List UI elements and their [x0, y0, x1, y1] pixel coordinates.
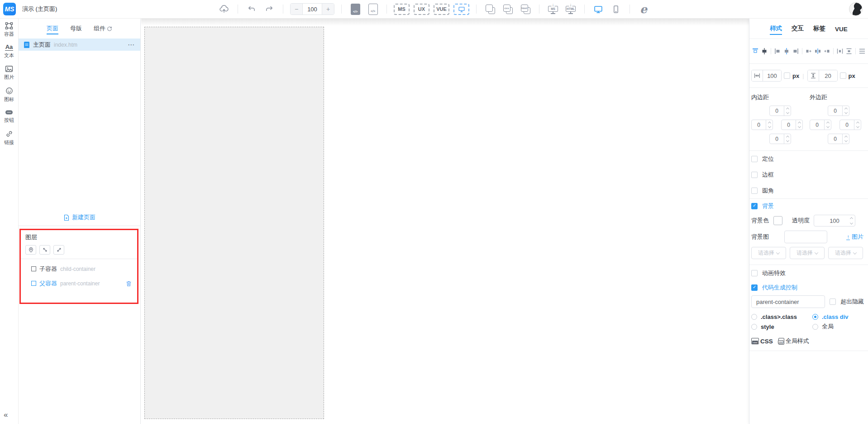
bg-select-2[interactable]: 请选择 [790, 247, 825, 259]
zoom-out-button[interactable]: − [291, 3, 302, 15]
bg-select-1[interactable]: 请选择 [751, 247, 786, 259]
tab-style[interactable]: 样式 [770, 24, 782, 35]
expand-layers-button[interactable] [39, 245, 50, 255]
locate-layer-button[interactable] [25, 245, 36, 255]
align-right-button[interactable] [792, 47, 799, 56]
copy-html-icon: html [521, 5, 530, 14]
export-code-filled-button[interactable]: </> [348, 2, 362, 16]
download-html-icon: ↓HTML [565, 4, 577, 14]
export-ms-button[interactable]: MS [394, 4, 410, 15]
radio-class-div[interactable]: .class div [812, 313, 866, 320]
layer-row-parent-container[interactable]: 父容器 parent-container [25, 279, 133, 288]
margin-top-stepper[interactable]: 0 [828, 106, 849, 116]
page-menu-button[interactable]: ⋯ [128, 41, 135, 49]
arrow-expand-icon [42, 247, 48, 253]
download-ms-button[interactable]: ↓MS [546, 2, 560, 16]
design-canvas[interactable] [141, 19, 749, 424]
tab-components[interactable]: 组件 [94, 24, 112, 34]
overflow-hidden-checkbox[interactable] [830, 299, 836, 305]
padding-bottom-stepper[interactable]: 0 [769, 134, 791, 144]
parent-container-element[interactable] [144, 27, 324, 419]
export-vue-button[interactable]: VUE [434, 4, 449, 15]
height-unit-label: px [849, 72, 855, 79]
desktop-view-button[interactable] [591, 2, 605, 16]
user-avatar[interactable] [849, 2, 863, 16]
space-vertical-button[interactable] [845, 47, 853, 56]
zoom-value[interactable]: 100 [302, 3, 322, 15]
tab-pages[interactable]: 页面 [47, 24, 58, 34]
upload-image-button[interactable]: ↑ 图片 [846, 233, 863, 241]
collapse-layers-button[interactable] [53, 245, 64, 255]
height-input[interactable] [819, 70, 837, 81]
radio-style[interactable]: style [751, 323, 812, 331]
collapse-sidebar-button[interactable]: « [4, 411, 8, 419]
zoom-in-button[interactable]: + [322, 3, 334, 15]
padding-right-stepper[interactable]: 0 [781, 120, 803, 130]
padding-left-stepper[interactable]: 0 [751, 120, 773, 130]
redo-button[interactable] [262, 2, 276, 16]
position-checkbox[interactable] [751, 156, 758, 162]
bg-color-swatch[interactable] [773, 216, 782, 225]
margin-right-stepper[interactable]: 0 [839, 120, 861, 130]
add-link-button[interactable]: 链接 [0, 126, 18, 149]
margin-bottom-stepper[interactable]: 0 [828, 134, 849, 144]
border-checkbox[interactable] [751, 172, 758, 178]
codegen-checkbox[interactable] [751, 284, 758, 291]
copy-page-button[interactable] [483, 2, 497, 16]
margin-left-stepper[interactable]: 0 [810, 120, 831, 130]
preview-selection-button[interactable] [453, 4, 469, 15]
download-html-button[interactable]: ↓HTML [564, 2, 577, 16]
layer-row-child-container[interactable]: 子容器 child-container [25, 264, 133, 274]
add-text-button[interactable]: Aa 文本 [0, 40, 18, 62]
undo-button[interactable] [245, 2, 258, 16]
align-top-button[interactable] [752, 47, 759, 56]
class-name-input[interactable] [751, 295, 825, 308]
copy-html-button[interactable]: html [519, 2, 532, 16]
delete-layer-button[interactable] [126, 280, 132, 287]
width-input[interactable] [763, 70, 781, 81]
radius-checkbox[interactable] [751, 188, 758, 194]
align-horizontal-center-button[interactable] [783, 47, 790, 56]
width-auto-checkbox[interactable] [784, 72, 790, 79]
export-code-outline-button[interactable]: </> [366, 2, 380, 16]
tab-vue[interactable]: VUE [835, 26, 848, 35]
tab-masters[interactable]: 母版 [70, 24, 82, 34]
publish-button[interactable] [217, 2, 231, 16]
add-icon-button[interactable]: 图标 [0, 83, 18, 106]
new-page-button[interactable]: 新建页面 [19, 213, 140, 222]
align-left-button[interactable] [774, 47, 781, 56]
align-vertical-center-button[interactable] [761, 47, 768, 56]
radio-class-class[interactable]: .class>.class [751, 313, 812, 320]
browser-preview-button[interactable]: e [637, 2, 650, 16]
opacity-label: 透明度 [792, 217, 810, 225]
tab-tags[interactable]: 标签 [813, 24, 825, 35]
add-container-button[interactable]: 容器 [0, 19, 18, 40]
animation-checkbox[interactable] [751, 270, 758, 276]
export-ux-button[interactable]: UX [414, 4, 429, 15]
height-auto-checkbox[interactable] [840, 72, 846, 79]
layers-toolbar [25, 245, 133, 255]
distribute-center-button[interactable] [814, 47, 821, 56]
alignment-toolbar [749, 39, 868, 63]
copy-css-button[interactable]: css [501, 2, 515, 16]
padding-top-stepper[interactable]: 0 [769, 106, 791, 116]
space-horizontal-button[interactable] [836, 47, 844, 56]
css-button[interactable]: css CSS [751, 338, 773, 345]
opacity-stepper[interactable] [849, 215, 854, 226]
mobile-view-button[interactable] [609, 2, 623, 16]
background-checkbox[interactable] [751, 203, 758, 209]
add-button-button[interactable]: 按钮 [0, 106, 18, 126]
page-list-item[interactable]: 主页面 index.htm ⋯ [19, 39, 140, 51]
bg-select-3[interactable]: 请选择 [828, 247, 863, 259]
global-style-button[interactable]: css 全局样式 [778, 337, 809, 345]
distribute-right-button[interactable] [823, 47, 830, 56]
undo-icon [247, 5, 256, 14]
equal-spacing-button[interactable] [858, 47, 866, 56]
tab-interaction[interactable]: 交互 [792, 24, 804, 35]
height-control [807, 70, 838, 82]
page-file-icon [24, 41, 30, 48]
distribute-left-button[interactable] [805, 47, 812, 56]
radio-global[interactable]: 全局 [812, 323, 866, 331]
bg-image-input[interactable] [784, 231, 827, 243]
add-image-button[interactable]: 图片 [0, 62, 18, 83]
